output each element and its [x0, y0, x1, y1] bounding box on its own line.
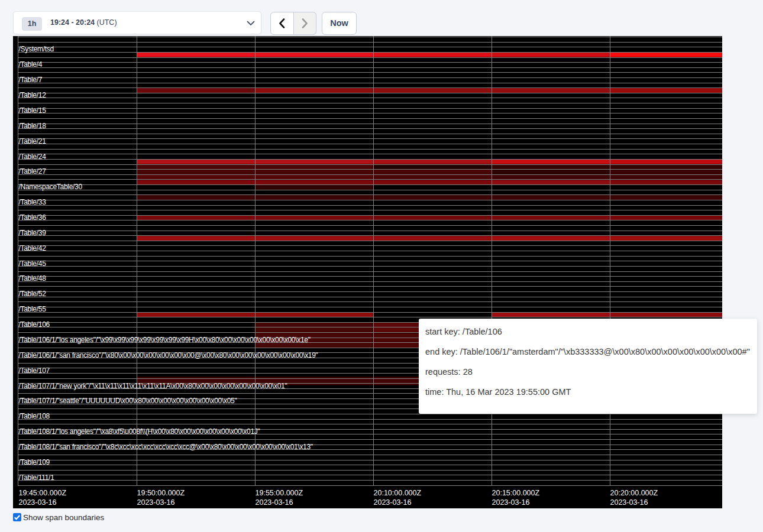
svg-text:/Table/21: /Table/21 [19, 137, 47, 145]
svg-text:19:50:00.000Z: 19:50:00.000Z [137, 489, 185, 497]
svg-text:/Table/24: /Table/24 [19, 153, 47, 161]
svg-text:19:45:00.000Z: 19:45:00.000Z [19, 489, 67, 497]
svg-text:/Table/111/1: /Table/111/1 [19, 473, 55, 482]
svg-text:/Table/55: /Table/55 [19, 305, 47, 313]
svg-text:/Table/106: /Table/106 [19, 320, 50, 329]
svg-text:/Table/109: /Table/109 [19, 458, 50, 466]
svg-text:/Table/27: /Table/27 [19, 167, 47, 176]
svg-text:/Table/107/1/"seattle"/"UUUUUU: /Table/107/1/"seattle"/"UUUUUUD\x00\x80\… [19, 397, 237, 405]
svg-text:20:15:00.000Z: 20:15:00.000Z [492, 489, 540, 497]
svg-text:2023-03-16: 2023-03-16 [256, 498, 293, 507]
svg-text:2023-03-16: 2023-03-16 [610, 498, 648, 507]
svg-text:20:20:00.000Z: 20:20:00.000Z [610, 489, 658, 497]
svg-text:/Table/108/1/"los angeles"/"\x: /Table/108/1/"los angeles"/"\xa8\xf5\u00… [19, 427, 260, 436]
svg-text:/Table/45: /Table/45 [19, 259, 47, 268]
svg-text:/Table/15: /Table/15 [19, 106, 47, 115]
svg-text:2023-03-16: 2023-03-16 [137, 498, 175, 507]
svg-text:/Table/107/1/"new york"/"\x11\: /Table/107/1/"new york"/"\x11\x11\x11\x1… [19, 382, 287, 390]
svg-text:2023-03-16: 2023-03-16 [492, 498, 530, 507]
svg-text:/NamespaceTable/30: /NamespaceTable/30 [19, 183, 83, 191]
svg-text:/Table/33: /Table/33 [19, 198, 47, 206]
svg-text:/Table/108: /Table/108 [19, 412, 50, 420]
svg-text:/Table/108/1/"san francisco"/": /Table/108/1/"san francisco"/"\x8c\xcc\x… [19, 443, 313, 451]
svg-text:/Table/107: /Table/107 [19, 366, 50, 375]
svg-text:2023-03-16: 2023-03-16 [19, 498, 57, 507]
svg-text:/System/tsd: /System/tsd [19, 45, 54, 53]
svg-text:/Table/12: /Table/12 [19, 91, 47, 99]
svg-text:/Table/18: /Table/18 [19, 122, 47, 130]
svg-text:/Table/48: /Table/48 [19, 274, 47, 283]
svg-text:/Table/106/1/"san francisco"/": /Table/106/1/"san francisco"/"\x80\x00\x… [19, 351, 318, 359]
svg-text:/Table/7: /Table/7 [19, 76, 43, 84]
svg-text:/Table/42: /Table/42 [19, 244, 47, 252]
svg-text:2023-03-16: 2023-03-16 [374, 498, 412, 507]
svg-text:19:55:00.000Z: 19:55:00.000Z [256, 489, 303, 497]
svg-text:/Table/39: /Table/39 [19, 229, 47, 237]
svg-text:/Table/4: /Table/4 [19, 60, 43, 69]
svg-text:20:10:00.000Z: 20:10:00.000Z [374, 489, 422, 497]
svg-text:/Table/36: /Table/36 [19, 213, 47, 222]
svg-text:/Table/52: /Table/52 [19, 290, 47, 298]
svg-text:/Table/106/1/"los angeles"/"\x: /Table/106/1/"los angeles"/"\x99\x99\x99… [19, 336, 311, 344]
